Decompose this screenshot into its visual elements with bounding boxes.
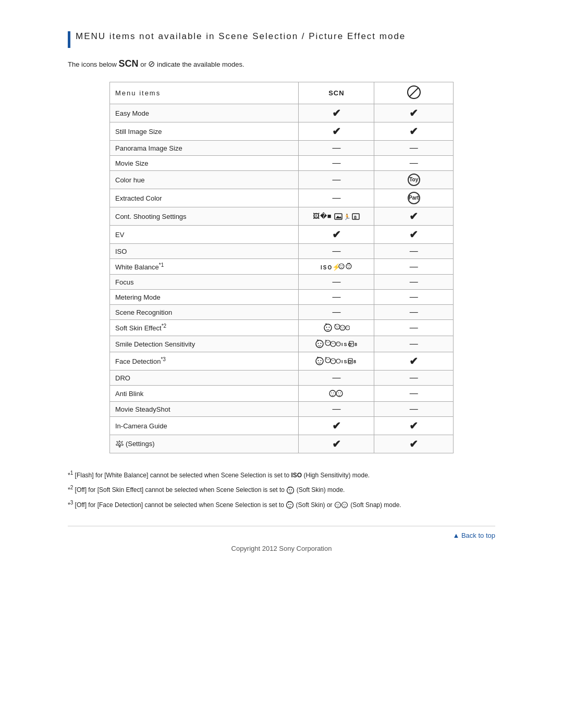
subtitle-prefix: The icons below [68,60,119,68]
svg-point-54 [327,359,327,360]
row-scn-val: ✦ ✦ ISO 8 [299,352,374,371]
table-row: Soft Skin Effect*2 ✦ [110,320,454,336]
row-scn-val: — [299,275,374,290]
table-header-row: Menu items SCN [110,82,454,104]
row-scn-val: ✔ [299,417,374,435]
svg-point-85 [345,504,346,505]
settings-icon [115,439,126,448]
svg-point-14 [349,265,350,266]
svg-point-40 [334,343,334,343]
row-effect-val: — [374,244,454,259]
toy-icon: Toy [408,174,420,186]
row-scn-val: ✦ ✦ ISO [299,336,374,352]
row-effect-val: ✔ [374,104,454,122]
svg-point-37 [328,342,329,342]
face-det-icons-svg: ✦ ✦ ISO 8 [315,356,357,366]
svg-point-50 [318,360,319,361]
back-to-top-bar: ▲ Back to top [68,526,495,539]
svg-point-58 [334,360,334,361]
table-row: Face Detection*3 ✦ ✦ [110,352,454,371]
svg-point-10 [340,265,341,266]
row-item-label: Movie SteadyShot [110,402,299,417]
row-effect-val: — [374,371,454,386]
row-item-label: EV [110,226,299,244]
svg-point-13 [348,265,349,266]
subtitle-suffix: indicate the available modes. [157,60,244,68]
col-header-scn: SCN [299,82,374,104]
row-effect-val: ✔ [374,417,454,435]
table-row: Panorama Image Size — — [110,141,454,156]
svg-text:✦: ✦ [316,339,320,342]
cont-shooting-icons-svg: 🏃 8 [334,212,360,221]
svg-point-33 [321,343,322,344]
row-effect-val: — [374,305,454,320]
svg-point-30 [348,327,349,327]
footnote-softskn2-icon: ✦ [286,501,294,509]
row-item-label: Easy Mode [110,104,299,122]
row-scn-val: 🖼︎�■ 🏃 8 [299,207,374,226]
subtitle-or: or [140,60,148,68]
footnote-softskn-icon: ✦ [286,486,295,495]
blue-accent-bar [68,31,70,48]
svg-point-51 [321,360,322,361]
svg-point-80 [335,502,340,508]
col-header-effect [374,82,454,104]
cont-icons: 🖼︎�■ 🏃 8 [313,212,360,220]
row-item-label: Movie Size [110,156,299,171]
row-scn-val [299,386,374,402]
back-to-top-link[interactable]: ▲ Back to top [452,532,495,539]
row-item-label: ISO [110,244,299,259]
row-scn-val: — [299,141,374,156]
row-item-label: Smile Detection Sensitivity [110,336,299,352]
table-row: EV ✔ ✔ [110,226,454,244]
settings-label: (Settings) [126,440,155,448]
row-scn-val: ✔ [299,226,374,244]
footnote-ref: *3 [161,356,165,362]
svg-point-81 [337,504,337,505]
footnote-3: *3 [Off] for [Face Detection] cannot be … [68,499,464,510]
row-effect-val: — [374,275,454,290]
svg-text:✦: ✦ [287,501,289,503]
row-item-label: Metering Mode [110,290,299,305]
table-row: Cont. Shooting Settings 🖼︎�■ 🏃 [110,207,454,226]
row-effect-val: — [374,259,454,275]
svg-point-43 [338,343,338,343]
svg-text:✦: ✦ [325,339,328,342]
table-row: Extracted Color — Part [110,189,454,207]
wb-icons-svg: ISO ⚡ [321,262,352,272]
svg-point-19 [329,327,330,328]
svg-text:🏃: 🏃 [344,213,351,220]
svg-point-67 [334,392,335,393]
row-scn-val: ✔ [299,104,374,122]
svg-text:✦: ✦ [288,486,290,489]
row-scn-val: — [299,156,374,171]
svg-point-11 [342,265,343,266]
row-item-label: White Balance*1 [110,259,299,275]
svg-point-42 [336,342,340,346]
footnote-ref: *1 [159,262,164,268]
table-row: Scene Recognition — — [110,305,454,320]
svg-point-36 [327,342,327,342]
row-effect-val: — [374,290,454,305]
row-item-label: Extracted Color [110,189,299,207]
row-effect-val: — [374,336,454,352]
svg-point-60 [336,359,340,363]
table-row: Focus — — [110,275,454,290]
svg-text:✦: ✦ [325,356,328,359]
row-item-label: Soft Skin Effect*2 [110,320,299,336]
svg-point-77 [288,504,289,505]
svg-point-56 [331,359,336,364]
row-effect-val: — [374,402,454,417]
svg-text:8: 8 [354,342,357,347]
row-effect-val: — [374,141,454,156]
table-row: (Settings) ✔ ✔ [110,435,454,453]
svg-point-66 [332,392,333,393]
copyright-text: Copyright 2012 Sony Corporation [68,545,495,552]
scn-label: SCN [119,58,139,69]
row-item-label: Panorama Image Size [110,141,299,156]
row-item-label: Color hue [110,171,299,189]
row-scn-val: — [299,290,374,305]
row-scn-val: — [299,305,374,320]
table-row: Color hue — Toy [110,171,454,189]
table-row: DRO — — [110,371,454,386]
